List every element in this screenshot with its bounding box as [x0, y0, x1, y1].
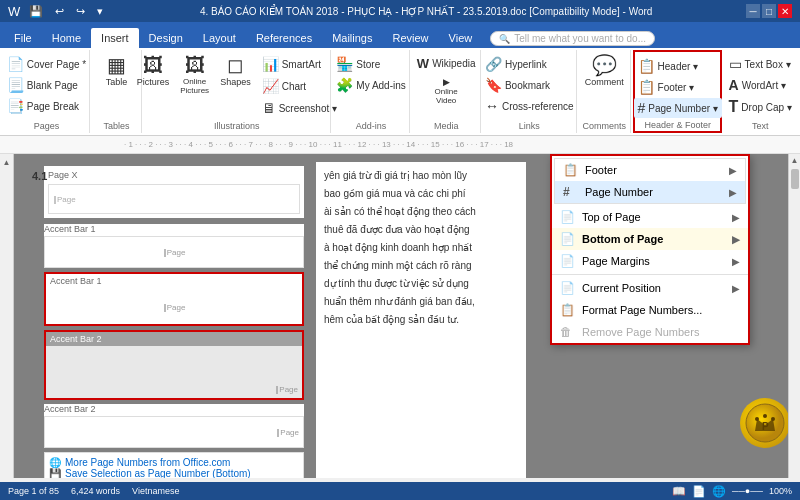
remove-page-numbers-item[interactable]: 🗑 Remove Page Numbers [552, 321, 748, 343]
tab-view[interactable]: View [439, 28, 483, 48]
smartart-button[interactable]: 📊 SmartArt [258, 54, 341, 74]
close-button[interactable]: ✕ [778, 4, 792, 18]
header-button[interactable]: 📋 Header ▾ [634, 56, 722, 76]
accent-bar-1b-section: Accent Bar 1 ‖Page [44, 272, 304, 326]
footer-button[interactable]: 📋 Footer ▾ [634, 77, 722, 97]
chart-icon: 📈 [262, 78, 279, 94]
accent-bar-1b-body: ‖Page [46, 290, 302, 324]
quick-undo[interactable]: ↩ [52, 4, 67, 19]
cover-page-button[interactable]: 📄 Cover Page * [3, 54, 90, 74]
header-icon: 📋 [638, 58, 655, 74]
online-video-button[interactable]: ▶ OnlineVideo [413, 74, 480, 108]
doc-area: ▲ 4.1 Page X ‖Page Accent Bar 1 [0, 154, 800, 478]
format-page-numbers-item[interactable]: 📋 Format Page Numbers... [552, 299, 748, 321]
blank-page-button[interactable]: 📃 Blank Page [3, 75, 90, 95]
ribbon-group-header-footer: 📋 Header ▾ 📋 Footer ▾ # Page Number ▾ He… [633, 50, 723, 133]
save-icon: 💾 [49, 468, 61, 478]
my-addins-button[interactable]: 🧩 My Add-ins [332, 75, 409, 95]
bottom-of-page-item[interactable]: 📄 Bottom of Page ▶ [552, 228, 748, 250]
page-margins-arrow: ▶ [732, 256, 740, 267]
minimize-button[interactable]: ─ [746, 4, 760, 18]
zoom-slider[interactable]: ──●── [732, 486, 763, 496]
right-paragraph: ài sản có thể hoạt động theo cách [324, 204, 518, 219]
wordart-button[interactable]: A WordArt ▾ [725, 75, 796, 95]
scroll-up-btn[interactable]: ▲ [791, 156, 799, 165]
pages-label: Pages [34, 119, 60, 131]
read-mode-icon[interactable]: 📖 [672, 485, 686, 498]
bookmark-button[interactable]: 🔖 Bookmark [481, 75, 578, 95]
dropdown-upper-section: 📋 Footer ▶ # Page Number ▶ [554, 158, 746, 204]
svg-text:P: P [762, 421, 769, 432]
drop-cap-button[interactable]: T Drop Cap ▾ [725, 96, 796, 118]
scroll-up-icon[interactable]: ▲ [3, 158, 11, 167]
print-layout-icon[interactable]: 📄 [692, 485, 706, 498]
tab-design[interactable]: Design [139, 28, 193, 48]
smartart-icon: 📊 [262, 56, 279, 72]
tab-file[interactable]: File [4, 28, 42, 48]
tell-me-input[interactable]: Tell me what you want to do... [514, 33, 646, 44]
accent-bar-1a-body: ‖Page [44, 236, 304, 268]
pictures-button[interactable]: 🖼 Pictures [133, 52, 174, 90]
tab-layout[interactable]: Layout [193, 28, 246, 48]
footer-item[interactable]: 📋 Footer ▶ [555, 159, 745, 181]
screenshot-button[interactable]: 🖥 Screenshot ▾ [258, 98, 341, 118]
tab-references[interactable]: References [246, 28, 322, 48]
tab-insert[interactable]: Insert [91, 28, 139, 48]
vertical-scrollbar[interactable]: ▲ [788, 154, 800, 478]
store-icon: 🏪 [336, 56, 353, 72]
accent-bar-2a-section: Accent Bar 2 ‖Page [44, 330, 304, 400]
page-number-button[interactable]: # Page Number ▾ [634, 98, 722, 118]
text-box-button[interactable]: ▭ Text Box ▾ [725, 54, 796, 74]
wikipedia-button[interactable]: W Wikipedia [413, 54, 480, 73]
blank-page-icon: 📃 [7, 77, 24, 93]
web-layout-icon[interactable]: 🌐 [712, 485, 726, 498]
footer-arrow: ▶ [729, 165, 737, 176]
current-position-item[interactable]: 📄 Current Position ▶ [552, 277, 748, 299]
quick-customize[interactable]: ▾ [94, 4, 106, 19]
bottom-options-panel: 🌐 More Page Numbers from Office.com 💾 Sa… [44, 452, 304, 478]
quick-redo[interactable]: ↪ [73, 4, 88, 19]
cross-reference-icon: ↔ [485, 98, 499, 114]
online-pictures-button[interactable]: 🖼 OnlinePictures [176, 52, 213, 98]
maximize-button[interactable]: □ [762, 4, 776, 18]
ribbon-tabs: File Home Insert Design Layout Reference… [0, 22, 800, 48]
table-button[interactable]: ▦ Table [98, 52, 134, 90]
cover-page-icon: 📄 [7, 56, 24, 72]
format-numbers-icon: 📋 [560, 303, 576, 317]
my-addins-icon: 🧩 [336, 77, 353, 93]
page-margins-item[interactable]: 📄 Page Margins ▶ [552, 250, 748, 272]
gold-logo: P [740, 398, 790, 448]
screenshot-icon: 🖥 [262, 100, 276, 116]
language: Vietnamese [132, 486, 179, 496]
ribbon: 📄 Cover Page * 📃 Blank Page 📑 Page Break… [0, 48, 800, 136]
scroll-thumb[interactable] [791, 169, 799, 189]
hyperlink-button[interactable]: 🔗 Hyperlink [481, 54, 578, 74]
tab-mailings[interactable]: Mailings [322, 28, 382, 48]
top-of-page-item[interactable]: 📄 Top of Page ▶ [552, 206, 748, 228]
page-number-item[interactable]: # Page Number ▶ [555, 181, 745, 203]
tables-label: Tables [103, 119, 129, 131]
bookmark-icon: 🔖 [485, 77, 502, 93]
accent-bar-2b-section: Accent Bar 2 ‖Page [44, 404, 304, 448]
top-page-arrow: ▶ [732, 212, 740, 223]
page-break-button[interactable]: 📑 Page Break [3, 96, 90, 116]
tab-review[interactable]: Review [383, 28, 439, 48]
ribbon-group-text: ▭ Text Box ▾ A WordArt ▾ T Drop Cap ▾ Te… [724, 50, 796, 133]
shapes-button[interactable]: ◻ Shapes [216, 52, 255, 90]
quick-save[interactable]: 💾 [26, 4, 46, 19]
chart-button[interactable]: 📈 Chart [258, 76, 341, 96]
store-button[interactable]: 🏪 Store [332, 54, 409, 74]
comment-button[interactable]: 💬 Comment [581, 52, 628, 90]
ruler: · 1 · · · 2 · · · 3 · · · 4 · · · 5 · · … [0, 136, 800, 154]
pictures-icon: 🖼 [143, 55, 163, 75]
dropdown-menu: 📋 Footer ▶ # Page Number ▶ 📄 Top of Page… [550, 154, 750, 345]
shapes-icon: ◻ [227, 55, 244, 75]
save-selection-link[interactable]: 💾 Save Selection as Page Number (Bottom) [49, 468, 299, 478]
cross-reference-button[interactable]: ↔ Cross-reference [481, 96, 578, 116]
comments-label: Comments [582, 119, 626, 131]
more-page-numbers-link[interactable]: 🌐 More Page Numbers from Office.com [49, 457, 299, 468]
tab-home[interactable]: Home [42, 28, 91, 48]
drop-cap-icon: T [729, 98, 739, 116]
ribbon-group-pages: 📄 Cover Page * 📃 Blank Page 📑 Page Break… [4, 50, 90, 133]
text-label: Text [752, 119, 769, 131]
